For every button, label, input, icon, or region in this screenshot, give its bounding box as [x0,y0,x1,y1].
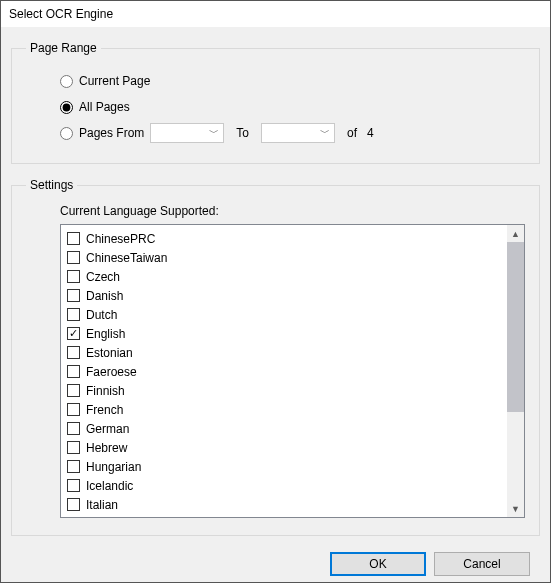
list-item[interactable]: Italian [67,495,501,514]
scroll-down-arrow-icon[interactable]: ▼ [507,500,524,517]
listbox-scrollbar[interactable]: ▲ ▼ [507,225,524,517]
ok-button[interactable]: OK [330,552,426,576]
language-label: Estonian [86,346,133,360]
list-item[interactable]: Dutch [67,305,501,324]
list-item[interactable]: Danish [67,286,501,305]
language-label: Dutch [86,308,117,322]
language-label: English [86,327,125,341]
settings-group: Settings Current Language Supported: Chi… [11,178,540,536]
language-label: ChinesePRC [86,232,155,246]
radio-all-pages-label: All Pages [79,100,130,114]
pages-total: 4 [367,126,374,140]
radio-current-page-row[interactable]: Current Page [60,71,525,91]
list-item[interactable]: Hebrew [67,438,501,457]
window-title: Select OCR Engine [9,7,113,21]
scroll-up-arrow-icon[interactable]: ▲ [507,225,524,242]
language-checkbox[interactable] [67,479,80,492]
language-label: Faeroese [86,365,137,379]
language-label: Italian [86,498,118,512]
pages-of-label: of [347,126,357,140]
chevron-down-icon: ﹀ [320,126,330,140]
list-item[interactable]: Icelandic [67,476,501,495]
language-checkbox[interactable] [67,289,80,302]
list-item[interactable]: Hungarian [67,457,501,476]
list-item[interactable]: Estonian [67,343,501,362]
list-item[interactable]: ChineseTaiwan [67,248,501,267]
language-checkbox[interactable] [67,251,80,264]
language-label: Czech [86,270,120,284]
list-item[interactable]: Finnish [67,381,501,400]
page-from-combo[interactable]: ﹀ [150,123,224,143]
radio-current-page-label: Current Page [79,74,150,88]
language-label: French [86,403,123,417]
list-item[interactable]: Czech [67,267,501,286]
language-checkbox[interactable] [67,460,80,473]
dialog-window: Select OCR Engine Page Range Current Pag… [0,0,551,583]
settings-legend: Settings [26,178,77,192]
list-item[interactable]: German [67,419,501,438]
list-item[interactable]: ChinesePRC [67,229,501,248]
language-checkbox[interactable] [67,346,80,359]
radio-pages-from-row[interactable]: Pages From ﹀ To ﹀ of 4 [60,123,525,143]
radio-pages-from-label: Pages From [79,126,144,140]
language-label: Finnish [86,384,125,398]
title-bar: Select OCR Engine [1,1,550,27]
language-checkbox[interactable] [67,498,80,511]
language-checkbox[interactable] [67,422,80,435]
language-label: Icelandic [86,479,133,493]
scroll-thumb[interactable] [507,242,524,412]
language-label: Hebrew [86,441,127,455]
language-checkbox[interactable] [67,403,80,416]
language-supported-label: Current Language Supported: [60,204,525,218]
list-item[interactable]: English [67,324,501,343]
radio-pages-from[interactable] [60,127,73,140]
list-item[interactable]: French [67,400,501,419]
dialog-buttons: OK Cancel [11,544,540,576]
page-to-combo[interactable]: ﹀ [261,123,335,143]
language-checkbox[interactable] [67,384,80,397]
cancel-button[interactable]: Cancel [434,552,530,576]
language-checkbox[interactable] [67,232,80,245]
page-range-legend: Page Range [26,41,101,55]
language-label: ChineseTaiwan [86,251,167,265]
radio-current-page[interactable] [60,75,73,88]
language-label: Hungarian [86,460,141,474]
language-listbox[interactable]: ChinesePRCChineseTaiwanCzechDanishDutchE… [60,224,525,518]
pages-to-label: To [236,126,249,140]
language-checkbox[interactable] [67,308,80,321]
language-checkbox[interactable] [67,365,80,378]
chevron-down-icon: ﹀ [209,126,219,140]
radio-all-pages-row[interactable]: All Pages [60,97,525,117]
client-area: Page Range Current Page All Pages Pages … [1,27,550,582]
list-item[interactable]: Faeroese [67,362,501,381]
language-checkbox[interactable] [67,270,80,283]
language-label: Danish [86,289,123,303]
language-checkbox[interactable] [67,327,80,340]
language-label: German [86,422,129,436]
radio-all-pages[interactable] [60,101,73,114]
language-list-body: ChinesePRCChineseTaiwanCzechDanishDutchE… [61,225,507,517]
language-checkbox[interactable] [67,441,80,454]
page-range-group: Page Range Current Page All Pages Pages … [11,41,540,164]
